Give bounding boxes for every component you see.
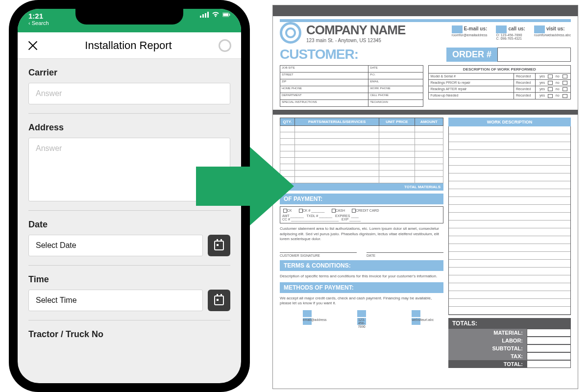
divider (28, 320, 230, 320)
work-description-heading: WORK DESCRIPTION (448, 118, 571, 126)
customer-info-grid[interactable]: JOB SITEDATE STREETP.O. ZIPEMAIL HOME PH… (280, 65, 423, 107)
payment-band: OF PAYMENT: (280, 194, 443, 204)
total-materials-label: TOTAL MATERIALS (280, 183, 443, 191)
divider (28, 265, 230, 266)
arrow-icon (196, 147, 294, 225)
company-logo-icon (280, 22, 301, 44)
methods-band: METHODS OF PAYMENT: (280, 282, 443, 293)
phone-icon (357, 310, 366, 317)
time-picker-button[interactable] (208, 290, 230, 311)
dwp-row[interactable]: Follow-up NeededRecordedyes no (428, 93, 571, 99)
footer-contacts: email@address 123-456-7890 websiteurl.ab… (280, 310, 443, 326)
dwp-heading: DESCRIPTION OF WORK PERFORMED (428, 65, 571, 74)
materials-table[interactable]: QTY.PARTS/MATERIALS/SERVICESUNIT PRICEAM… (280, 118, 443, 183)
totals-heading: TOTALS: (448, 318, 571, 329)
terms-text: Description of specific terms and condit… (280, 274, 443, 279)
order-number-field[interactable] (497, 48, 571, 62)
company-address: 123 main St. - Anytown, US 12345 (306, 38, 405, 43)
company-name: COMPANY NAME (306, 23, 405, 38)
work-description-area[interactable] (448, 126, 571, 315)
notch (75, 9, 183, 24)
address-label: Address (28, 122, 230, 133)
calendar-icon (214, 241, 224, 250)
globe-icon (534, 25, 545, 33)
globe-icon (412, 310, 420, 317)
statement-text: Customer statement area to list authoriz… (280, 226, 443, 242)
signature-date[interactable]: DATE (367, 252, 443, 257)
contact-email: E-mail us:roomfor@emailaddress (452, 25, 488, 40)
divider-bar (273, 110, 578, 115)
progress-ring-icon (219, 39, 231, 52)
time-label: Time (28, 274, 230, 285)
phone-icon (496, 25, 507, 33)
carrier-input[interactable]: Answer (28, 83, 230, 104)
date-picker-button[interactable] (208, 235, 230, 256)
methods-text: We accept all major credit cards, check … (280, 296, 443, 306)
dwp-row[interactable]: Readings PRIOR to repairRecordedyes no (428, 80, 571, 86)
calendar-icon (214, 295, 224, 305)
customer-signature[interactable]: CUSTOMER SIGNATURE (280, 252, 357, 257)
divider (28, 113, 230, 114)
date-input[interactable]: Select Date (28, 235, 203, 256)
contact-web: visit us:roomforwebaddress.abc (534, 25, 571, 40)
svg-rect-2 (229, 14, 230, 16)
carrier-label: Carrier (28, 68, 230, 78)
contact-phone: call us:O: 123-456-7890C: 098-765-4321 (496, 25, 525, 40)
tractor-label: Tractor / Truck No (28, 329, 230, 340)
mail-icon (303, 310, 312, 317)
customer-heading: CUSTOMER: (280, 47, 358, 62)
back-to-search[interactable]: ‹ Search (28, 20, 49, 26)
doc-top-bar (273, 5, 578, 16)
invoice-document: COMPANY NAME 123 main St. - Anytown, US … (272, 5, 578, 389)
battery-icon (222, 12, 230, 18)
form-title: Installation Report (85, 39, 172, 52)
dwp-row[interactable]: Readings AFTER repairRecordedyes no (428, 86, 571, 93)
signal-icon (200, 12, 209, 18)
clock: 1:21 (28, 12, 49, 20)
dwp-row[interactable]: Model & Serial #Recordedyes no (428, 74, 571, 80)
time-input[interactable]: Select Time (28, 290, 203, 311)
wifi-icon (212, 12, 220, 18)
form-header: Installation Report (18, 32, 241, 59)
order-number-label: ORDER # (446, 48, 497, 62)
payment-box[interactable]: CKCK # _______CASHCREDIT CARD AMT ______… (280, 206, 443, 223)
totals-block: MATERIAL: LABOR: SUBTOTAL: TAX: TOTAL: (448, 329, 571, 368)
mail-icon (452, 25, 463, 33)
close-icon[interactable] (27, 40, 38, 51)
svg-rect-1 (223, 13, 228, 16)
terms-band: TERMS & CONDITIONS: (280, 260, 443, 271)
